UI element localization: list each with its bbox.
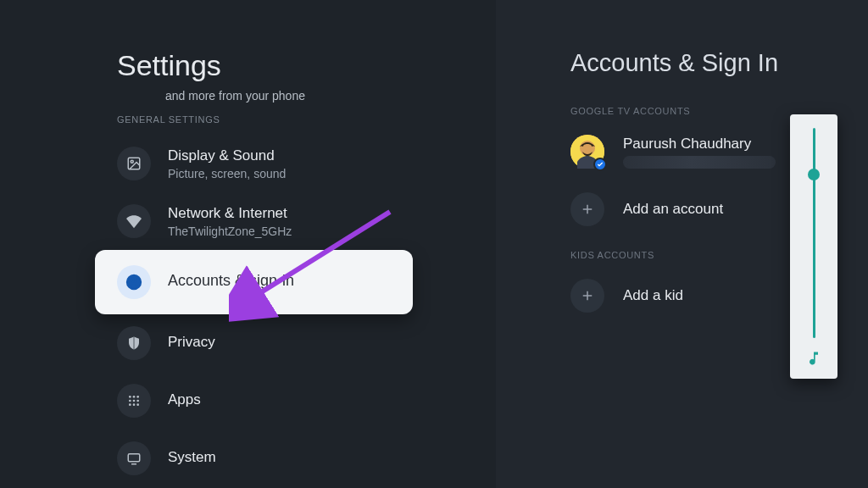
menu-apps[interactable]: Apps (117, 372, 496, 430)
menu-system[interactable]: System (117, 430, 496, 487)
svg-point-3 (132, 278, 136, 282)
menu-accounts-signin[interactable]: Accounts & sign-in (95, 250, 413, 314)
apps-icon (117, 384, 151, 418)
svg-point-6 (136, 396, 139, 398)
accounts-title: Accounts & Sign In (570, 49, 868, 77)
volume-overlay[interactable] (790, 114, 837, 379)
svg-point-12 (136, 403, 139, 406)
shield-icon (117, 326, 151, 360)
volume-thumb[interactable] (808, 169, 820, 180)
svg-point-1 (131, 160, 133, 163)
svg-point-11 (133, 403, 136, 406)
system-icon (117, 441, 151, 475)
account-icon (117, 265, 151, 299)
display-icon (117, 147, 151, 180)
volume-slider[interactable] (813, 128, 815, 338)
menu-network[interactable]: Network & Internet TheTwilightZone_5GHz (117, 192, 496, 250)
verified-badge-icon (593, 158, 607, 171)
plus-icon (570, 279, 604, 313)
svg-point-9 (136, 400, 139, 402)
menu-item-label: System (168, 449, 216, 466)
page-title: Settings (117, 49, 496, 82)
svg-point-5 (133, 396, 136, 398)
menu-item-label: Privacy (168, 334, 215, 351)
menu-item-label: Display & Sound (168, 147, 286, 164)
add-account-label: Add an account (623, 201, 723, 218)
account-name: Paurush Chaudhary (623, 136, 776, 152)
wifi-icon (117, 204, 151, 238)
menu-privacy[interactable]: Privacy (117, 314, 496, 372)
menu-display-sound[interactable]: Display & Sound Picture, screen, sound (117, 135, 496, 192)
menu-item-label: Accounts & sign-in (168, 272, 294, 290)
section-general: GENERAL SETTINGS (117, 114, 496, 125)
music-note-icon (805, 350, 822, 370)
phone-hint: and more from your phone (165, 89, 496, 103)
account-email-redacted (623, 156, 776, 169)
add-kid-label: Add a kid (623, 287, 683, 304)
svg-point-7 (129, 400, 131, 402)
menu-item-sub: Picture, screen, sound (168, 167, 286, 180)
menu-item-label: Apps (168, 391, 201, 408)
menu-item-label: Network & Internet (168, 205, 292, 222)
svg-point-8 (133, 400, 136, 402)
settings-panel: Settings and more from your phone GENERA… (0, 0, 496, 488)
menu-item-sub: TheTwilightZone_5GHz (168, 225, 292, 238)
avatar (570, 135, 604, 169)
svg-rect-13 (128, 454, 140, 462)
plus-icon (570, 192, 604, 226)
svg-point-4 (129, 396, 131, 398)
svg-point-10 (129, 403, 131, 406)
